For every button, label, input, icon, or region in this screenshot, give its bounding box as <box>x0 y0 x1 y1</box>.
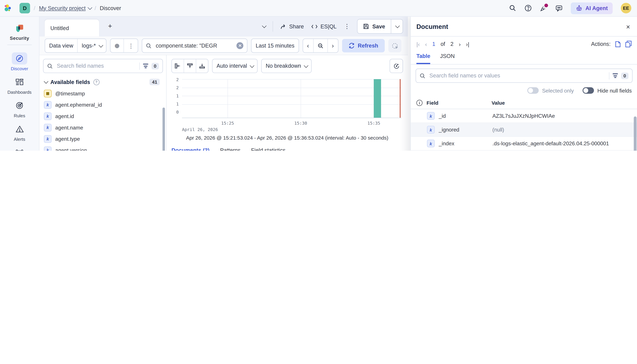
auto-refresh-button[interactable] <box>388 39 401 52</box>
session-tab-strip: Untitled + Share ES|QL ⋮ <box>39 16 408 36</box>
data-view-value[interactable]: logs-* <box>77 39 106 52</box>
sidebar-item-alerts[interactable]: Alerts <box>1 123 38 142</box>
histogram-bar[interactable] <box>374 79 381 118</box>
hide-null-fields-toggle[interactable]: Hide null fields <box>583 87 631 94</box>
divider <box>273 21 273 32</box>
flyout-filter-icon[interactable] <box>612 74 618 78</box>
time-forward-icon[interactable]: › <box>327 39 338 52</box>
next-doc-icon[interactable]: › <box>459 41 461 47</box>
surrounding-documents-icon[interactable] <box>625 41 632 48</box>
field-list-item[interactable]: kagent.type <box>43 133 163 144</box>
field-list-item[interactable]: kagent.version <box>43 144 163 151</box>
first-doc-icon[interactable]: |‹ <box>416 41 420 47</box>
query-menu-icon[interactable]: ⋮ <box>124 39 138 52</box>
search-icon[interactable] <box>509 4 516 12</box>
time-back-icon[interactable]: ‹ <box>303 39 313 52</box>
interval-dropdown[interactable]: Auto interval <box>212 59 257 73</box>
y-axis-tick: 2 <box>171 85 179 90</box>
save-options-chevron-icon[interactable] <box>391 20 403 33</box>
query-input[interactable] <box>155 42 233 49</box>
fields-scrollbar[interactable] <box>162 108 165 151</box>
time-zoom-out-icon[interactable] <box>313 39 328 52</box>
flyout-scrollbar[interactable] <box>634 111 637 151</box>
chart-collapse-icon[interactable] <box>196 59 208 73</box>
save-split-button: Save <box>357 19 403 34</box>
section-collapse-chevron-icon[interactable] <box>44 79 48 84</box>
chart-expand-icon[interactable] <box>184 59 196 73</box>
ai-agent-button[interactable]: AI Agent <box>571 2 613 14</box>
sidebar-item-dashboards[interactable]: Dashboards <box>1 76 38 94</box>
y-axis-tick: 1 <box>171 102 179 106</box>
add-tab-icon[interactable]: + <box>108 22 112 30</box>
search-icon <box>47 63 53 69</box>
help-icon[interactable] <box>524 4 532 12</box>
field-list-item[interactable]: ▦@timestamp <box>43 88 163 99</box>
table-row[interactable]: k_index.ds-logs-elastic_agent-default-20… <box>411 137 637 150</box>
field-name: _ignored <box>439 126 488 134</box>
table-row[interactable]: k_idAZ3L7sJuJXzNJpHCWIAe <box>411 109 637 123</box>
selected-only-toggle[interactable]: Selected only <box>527 87 574 94</box>
query-input-wrap: ✕ <box>142 39 247 53</box>
sidebar-item-rules[interactable]: Rules <box>1 100 38 118</box>
collapse-sidebar-icon[interactable] <box>172 59 184 73</box>
share-button[interactable]: Share <box>280 23 304 30</box>
flyout-table-header: i Field Value <box>411 98 637 109</box>
flyout-tabs: TableJSON <box>411 50 637 64</box>
field-name: agent.ephemeral_id <box>55 102 102 108</box>
flyout-toggles: Selected only Hide null fields <box>411 83 637 98</box>
x-axis-date-label: April 26, 2026 <box>182 127 218 132</box>
save-button[interactable]: Save <box>358 20 391 33</box>
table-row[interactable]: k_ignored(null) <box>411 123 637 137</box>
field-search-input[interactable] <box>56 62 136 69</box>
field-list-item[interactable]: kagent.ephemeral_id <box>43 99 163 110</box>
help-icon[interactable]: ? <box>93 79 99 85</box>
field-list-item[interactable]: kagent.id <box>43 110 163 122</box>
available-fields-count-badge: 41 <box>150 79 160 85</box>
flyout-search-input[interactable] <box>429 72 605 79</box>
tab-list-chevron-icon[interactable] <box>262 24 266 28</box>
info-icon[interactable]: i <box>416 100 422 106</box>
save-icon <box>363 24 369 29</box>
chart-plot-area[interactable] <box>182 79 401 118</box>
refresh-button[interactable]: Refresh <box>342 39 385 52</box>
save-visualization-icon[interactable] <box>390 59 403 73</box>
value-column-header[interactable]: Value <box>492 100 505 106</box>
user-avatar[interactable]: EE <box>621 3 631 14</box>
fields-sidebar: 0 Available fields ? 41 ▦@timestampkagen… <box>39 55 167 151</box>
add-filter-icon[interactable]: ⊕ <box>111 39 124 52</box>
discover-app: D / My Security project / Discover <box>0 0 637 151</box>
prev-doc-icon[interactable]: ‹ <box>425 41 427 47</box>
field-column-header[interactable]: Field <box>427 100 487 106</box>
sidebar-item-discover[interactable]: Discover <box>1 52 38 71</box>
feedback-icon[interactable] <box>555 4 562 12</box>
field-list-item[interactable]: kagent.name <box>43 122 163 133</box>
breakdown-dropdown[interactable]: No breakdown <box>262 59 311 73</box>
news-icon[interactable] <box>540 4 547 12</box>
more-options-icon[interactable]: ⋮ <box>344 23 350 30</box>
breadcrumb-page: Discover <box>100 5 121 11</box>
solution-header[interactable]: Security <box>10 24 29 40</box>
close-icon[interactable]: × <box>626 23 630 30</box>
histogram-chart[interactable]: 2211015:2515:3015:35April 26, 2026 <box>171 78 405 129</box>
breadcrumb-project[interactable]: My Security project <box>39 5 91 11</box>
search-icon <box>146 43 152 48</box>
space-badge[interactable]: D <box>20 3 30 14</box>
table-row[interactable]: #_score(null) <box>411 150 637 151</box>
tab-patterns[interactable]: Patterns <box>220 147 240 151</box>
field-type-keyword-icon: k <box>44 112 52 120</box>
field-type-keyword-icon: k <box>44 101 52 108</box>
single-document-icon[interactable] <box>615 41 621 47</box>
sidebar-item-workflows[interactable]: Workflows <box>1 146 38 151</box>
tab-field-statistics[interactable]: Field statistics <box>251 147 285 151</box>
data-view-label[interactable]: Data view <box>45 39 77 52</box>
esql-button[interactable]: ES|QL <box>311 23 337 30</box>
tab-documents-[interactable]: Documents (2) <box>171 147 209 151</box>
flyout-tab-table[interactable]: Table <box>416 53 430 64</box>
tab-untitled[interactable]: Untitled <box>45 20 99 36</box>
flyout-tab-json[interactable]: JSON <box>440 53 455 64</box>
time-range-value[interactable]: Last 15 minutes <box>251 39 298 52</box>
elastic-logo-icon[interactable] <box>4 4 12 12</box>
clear-query-icon[interactable]: ✕ <box>237 42 243 49</box>
field-filter-icon[interactable] <box>143 64 148 68</box>
last-doc-icon[interactable]: ›| <box>466 41 469 47</box>
